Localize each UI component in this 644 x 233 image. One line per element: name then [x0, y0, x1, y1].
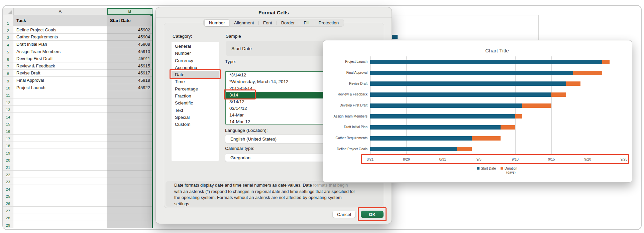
cell-task[interactable] [13, 192, 107, 200]
bar-start-date[interactable] [370, 81, 566, 86]
cell-task[interactable] [13, 214, 107, 221]
cell-task[interactable]: Project Launch [13, 84, 107, 91]
row-number[interactable]: 4 [3, 41, 13, 48]
cell-start-date[interactable] [107, 185, 152, 192]
cell-start-date[interactable] [107, 199, 152, 207]
category-item-special[interactable]: Special [172, 114, 219, 121]
category-item-currency[interactable]: Currency [172, 57, 219, 64]
tab-font[interactable]: Font [259, 20, 277, 26]
cell-task[interactable] [13, 163, 107, 171]
row-number[interactable]: 18 [3, 142, 13, 149]
select-all-corner[interactable] [3, 8, 13, 15]
cell-task[interactable]: Final Approval [13, 77, 107, 84]
bar-start-date[interactable] [370, 60, 602, 64]
tab-border[interactable]: Border [277, 20, 299, 26]
cell-start-date[interactable] [107, 221, 152, 228]
row-number[interactable]: 6 [3, 55, 13, 62]
category-item-scientific[interactable]: Scientific [172, 99, 219, 106]
cell-task[interactable] [13, 149, 107, 156]
cell-task[interactable] [13, 199, 107, 207]
row-number[interactable]: 22 [3, 171, 13, 178]
column-header-b[interactable]: B [107, 8, 152, 15]
cell-start-date[interactable]: Start Date [107, 15, 152, 26]
bar-duration[interactable] [573, 71, 602, 75]
cell-task[interactable]: Task [13, 15, 107, 26]
bar-duration[interactable] [501, 125, 515, 130]
bar-start-date[interactable] [370, 103, 522, 108]
cell-task[interactable]: Develop First Draft [13, 55, 107, 62]
cell-task[interactable] [13, 142, 107, 149]
cell-task[interactable] [13, 207, 107, 214]
row-number[interactable]: 7 [3, 62, 13, 70]
category-item-text[interactable]: Text [172, 107, 219, 114]
row-number[interactable]: 14 [3, 113, 13, 120]
cell-task[interactable] [13, 91, 107, 98]
bar-duration[interactable] [566, 81, 580, 86]
bar-start-date[interactable] [370, 71, 573, 75]
row-number[interactable]: 20 [3, 156, 13, 164]
cell-start-date[interactable]: 45908 [107, 41, 152, 48]
bar-start-date[interactable] [370, 147, 457, 151]
cell-task[interactable] [13, 171, 107, 178]
cell-task[interactable] [13, 135, 107, 142]
bar-duration[interactable] [457, 147, 471, 151]
row-number[interactable]: 29 [3, 221, 13, 228]
cell-start-date[interactable] [107, 178, 152, 185]
bar-duration[interactable] [551, 92, 566, 97]
bar-duration[interactable] [515, 114, 523, 119]
tab-number[interactable]: Number [204, 19, 230, 26]
row-number[interactable]: 5 [3, 48, 13, 55]
bar-start-date[interactable] [370, 136, 472, 141]
row-number[interactable]: 19 [3, 149, 13, 156]
row-number[interactable]: 23 [3, 178, 13, 185]
category-item-time[interactable]: Time [172, 78, 219, 85]
row-number[interactable]: 8 [3, 70, 13, 77]
cell-start-date[interactable]: 45917 [107, 70, 152, 77]
cell-start-date[interactable] [107, 91, 152, 98]
category-item-number[interactable]: Number [172, 50, 219, 57]
row-number[interactable]: 27 [3, 207, 13, 214]
category-item-fraction[interactable]: Fraction [172, 92, 219, 99]
bar-start-date[interactable] [370, 125, 501, 130]
category-item-custom[interactable]: Custom [172, 121, 219, 128]
cell-start-date[interactable]: 45911 [107, 55, 152, 62]
category-item-percentage[interactable]: Percentage [172, 85, 219, 92]
column-header-a[interactable]: A [13, 8, 107, 15]
cell-task[interactable]: Assign Team Members [13, 48, 107, 55]
cell-start-date[interactable] [107, 98, 152, 106]
cell-start-date[interactable] [107, 171, 152, 178]
cell-start-date[interactable]: 45910 [107, 48, 152, 55]
cell-start-date[interactable] [107, 149, 152, 156]
cell-start-date[interactable] [107, 207, 152, 214]
row-number[interactable]: 15 [3, 120, 13, 128]
row-number[interactable]: 1 [3, 15, 13, 26]
row-number[interactable]: 2 [3, 26, 13, 34]
selection-fill-handle[interactable] [150, 14, 153, 16]
bar-duration[interactable] [522, 103, 551, 108]
cell-task[interactable]: Draft Initial Plan [13, 41, 107, 48]
cell-start-date[interactable]: 45915 [107, 62, 152, 70]
cell-task[interactable]: Gather Requirements [13, 34, 107, 41]
row-number[interactable]: 3 [3, 34, 13, 41]
cancel-button[interactable]: Cancel [332, 211, 356, 218]
cell-start-date[interactable]: 45922 [107, 84, 152, 91]
row-number[interactable]: 21 [3, 163, 13, 171]
bar-duration[interactable] [602, 60, 610, 64]
cell-task[interactable] [13, 178, 107, 185]
cell-task[interactable]: Define Project Goals [13, 26, 107, 34]
cell-task[interactable] [13, 113, 107, 120]
cell-task[interactable]: Revise Draft [13, 70, 107, 77]
bar-duration[interactable] [472, 136, 501, 141]
row-number[interactable]: 13 [3, 106, 13, 113]
cell-task[interactable] [13, 185, 107, 192]
row-number[interactable]: 28 [3, 214, 13, 221]
row-number[interactable]: 25 [3, 192, 13, 200]
tab-fill[interactable]: Fill [299, 20, 314, 26]
cell-start-date[interactable] [107, 214, 152, 221]
row-number[interactable]: 24 [3, 185, 13, 192]
cell-start-date[interactable] [107, 163, 152, 171]
cell-start-date[interactable]: 45904 [107, 34, 152, 41]
row-number[interactable]: 11 [3, 91, 13, 98]
cell-task[interactable] [13, 156, 107, 164]
cell-start-date[interactable] [107, 106, 152, 113]
